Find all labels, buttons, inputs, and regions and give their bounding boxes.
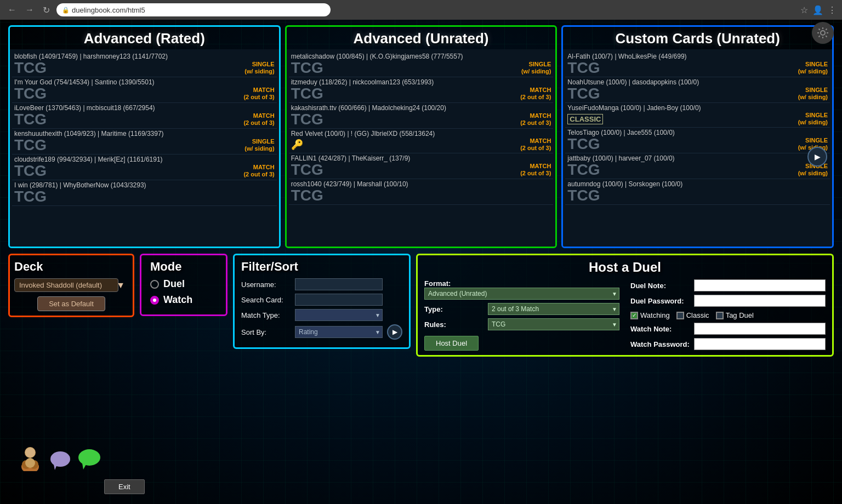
player-names: Al-Fatih (100/7) | WhoLikesPie (449/699): [567, 53, 828, 60]
duel-type-row: TCG SINGLE(w/ siding): [567, 162, 828, 177]
rules-select-wrapper: TCG OCG Speed Traditional ▼: [488, 318, 619, 330]
tcg-label: TCG: [14, 60, 47, 76]
watch-password-input[interactable]: [694, 338, 826, 350]
duel-type-row: TCG MATCH(2 out of 3): [14, 86, 275, 101]
table-row[interactable]: cloudstrife189 (994/32934) | Merik[Ez] (…: [12, 154, 277, 180]
table-row[interactable]: NoahUtsune (100/0) | dasodapopkins (100/…: [565, 77, 830, 103]
duel-radio[interactable]: [150, 280, 159, 289]
settings-icon[interactable]: [812, 22, 834, 44]
table-row[interactable]: FALLIN1 (424/287) | TheKaiserr_ (137/9) …: [289, 153, 554, 179]
host-duel-button[interactable]: Host Duel: [424, 336, 479, 351]
table-row[interactable]: iLoveBeer (1370/5463) | mcbiscuit18 (667…: [12, 103, 277, 129]
tcg-label: TCG: [291, 86, 323, 101]
tcg-label: TCG: [567, 136, 600, 152]
mode-panel: Mode Duel Watch: [140, 254, 227, 316]
watching-checkbox-item[interactable]: Watching: [630, 311, 670, 319]
duel-note-input[interactable]: [694, 279, 826, 291]
custom-list[interactable]: Al-Fatih (100/7) | WhoLikesPie (449/699)…: [563, 49, 832, 247]
svg-point-8: [78, 449, 100, 466]
duel-type-row: TCG: [14, 189, 275, 204]
tcg-label: TCG: [14, 189, 47, 204]
mode-watch-option[interactable]: Watch: [150, 294, 217, 306]
table-row[interactable]: autumndog (100/0) | Sorskogen (100/0) TC…: [565, 179, 830, 205]
star-icon[interactable]: ☆: [800, 5, 808, 15]
match-type: MATCH(2 out of 3): [520, 138, 551, 152]
classic-checkbox-item[interactable]: Classic: [676, 311, 709, 319]
tcg-label: TCG: [567, 60, 600, 76]
duel-password-input[interactable]: [694, 295, 826, 307]
mode-duel-option[interactable]: Duel: [150, 278, 217, 290]
sort-by-label: Sort By:: [241, 328, 291, 336]
deck-panel: Deck Invoked Shaddoll (default) Blue-Eye…: [8, 254, 134, 317]
tag-duel-checkbox[interactable]: [716, 312, 724, 319]
table-row[interactable]: itzmeduy (118/262) | nickcoolman123 (653…: [289, 77, 554, 103]
classic-checkbox[interactable]: [676, 312, 684, 319]
page-content: Advanced (Rated) blobfish (1409/17459) |…: [0, 20, 842, 362]
match-type: MATCH(2 out of 3): [520, 87, 551, 101]
mode-watch-label: Watch: [163, 294, 192, 306]
watch-radio[interactable]: [150, 296, 159, 305]
profile-icon[interactable]: 👤: [812, 5, 823, 15]
unrated-list[interactable]: metalicshadow (100/845) | (K.O.G)kingjam…: [287, 49, 556, 247]
table-row[interactable]: Red Velvet (100/0) | ! (GG) JIbrielXD (5…: [289, 129, 554, 153]
refresh-button[interactable]: ↻: [41, 4, 52, 16]
forward-button[interactable]: →: [23, 4, 36, 16]
player-names: NoahUtsune (100/0) | dasodapopkins (100/…: [567, 78, 828, 86]
avatar-icon[interactable]: [16, 444, 44, 471]
rated-list[interactable]: blobfish (1409/17459) | harshmoney123 (1…: [10, 49, 279, 247]
table-row[interactable]: metalicshadow (100/845) | (K.O.G)kingjam…: [289, 51, 554, 77]
sort-by-select[interactable]: Rating Name Date: [295, 326, 383, 338]
table-row[interactable]: YuseiFudoManga (100/0) | Jaden-Boy (100/…: [565, 103, 830, 128]
match-type: SINGLE(w/ siding): [798, 112, 828, 126]
player-names: itzmeduy (118/262) | nickcoolman123 (653…: [291, 78, 551, 86]
table-row[interactable]: kenshuuuthexith (1049/923) | Maritime (1…: [12, 129, 277, 154]
deck-select[interactable]: Invoked Shaddoll (default) Blue-Eyes Dar…: [14, 278, 118, 292]
table-row[interactable]: blobfish (1409/17459) | harshmoney123 (1…: [12, 51, 277, 77]
classic-label: Classic: [686, 311, 709, 319]
username-input[interactable]: [295, 278, 383, 290]
watch-note-input[interactable]: [694, 323, 826, 335]
duel-type-row: TCG MATCH(2 out of 3): [291, 162, 551, 177]
table-row[interactable]: Al-Fatih (100/7) | WhoLikesPie (449/699)…: [565, 51, 830, 77]
watch-note-label: Watch Note:: [630, 325, 691, 333]
table-row[interactable]: rossh1040 (423/749) | Marshall (100/10) …: [289, 179, 554, 205]
table-row[interactable]: jattbaby (100/0) | harveer_07 (100/0) TC…: [565, 153, 830, 179]
table-row[interactable]: I win (298/781) | WhyBotherNow (1043/329…: [12, 180, 277, 206]
tcg-label: TCG: [567, 188, 600, 203]
chat-bubble-icon[interactable]: [49, 449, 71, 471]
scroll-right-button[interactable]: ▶: [807, 147, 827, 167]
tcg-label: TCG: [291, 112, 323, 127]
lock-icon: 🔒: [62, 7, 70, 14]
svg-point-6: [50, 451, 70, 467]
set-default-button[interactable]: Set as Default: [37, 296, 105, 311]
duel-type-row: TCG MATCH(2 out of 3): [291, 112, 551, 127]
type-select-wrapper: 2 out of 3 Match Single Duel Tag Duel ▼: [488, 303, 619, 315]
svg-marker-9: [82, 463, 87, 469]
duel-type-row: TCG: [567, 188, 828, 203]
format-label: Format:: [424, 279, 485, 288]
table-row[interactable]: I'm Your God (754/14534) | Santino (1390…: [12, 77, 277, 103]
watching-checkbox[interactable]: [630, 312, 638, 319]
menu-icon[interactable]: ⋮: [828, 5, 837, 15]
match-type-select[interactable]: Single Match Tag: [295, 309, 383, 321]
table-row[interactable]: TelosTiago (100/0) | Jace555 (100/0) TCG…: [565, 128, 830, 153]
sort-play-button[interactable]: ▶: [387, 324, 402, 340]
player-names: FALLIN1 (424/287) | TheKaiserr_ (137/9): [291, 154, 551, 162]
host-grid: Format: Advanced (Unrated) Advanced (Rat…: [424, 279, 826, 351]
format-select[interactable]: Advanced (Unrated) Advanced (Rated) Trad…: [424, 288, 619, 300]
type-select[interactable]: 2 out of 3 Match Single Duel Tag Duel: [488, 303, 619, 315]
back-button[interactable]: ←: [5, 4, 19, 16]
exit-button[interactable]: Exit: [104, 479, 145, 494]
table-row[interactable]: kakashisrath.ttv (600/666) | Madolchekin…: [289, 103, 554, 129]
player-names: autumndog (100/0) | Sorskogen (100/0): [567, 180, 828, 188]
rules-select[interactable]: TCG OCG Speed Traditional: [488, 318, 619, 330]
tcg-label: TCG: [291, 188, 323, 203]
unrated-header: Advanced (Unrated): [287, 27, 556, 49]
duel-type-row: TCG SINGLE(w/ siding): [567, 60, 828, 76]
host-right-col: Duel Note: Duel Password: Watching: [630, 279, 826, 351]
tag-duel-checkbox-item[interactable]: Tag Duel: [716, 311, 754, 319]
url-bar[interactable]: 🔒 duelingbook.com/html5: [56, 3, 331, 16]
match-type-select-wrapper: Single Match Tag ▼: [295, 309, 383, 321]
search-card-input[interactable]: [295, 294, 383, 306]
chat-bubble-2-icon[interactable]: [77, 446, 101, 471]
